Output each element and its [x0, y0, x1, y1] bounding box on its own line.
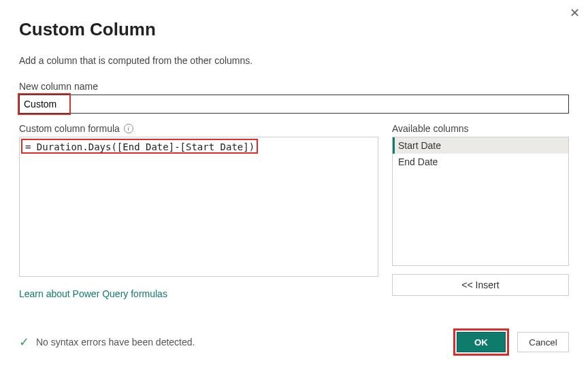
learn-link[interactable]: Learn about Power Query formulas	[19, 288, 167, 299]
available-columns-label: Available columns	[392, 123, 569, 134]
status-text: No syntax errors have been detected.	[36, 337, 195, 348]
cancel-button[interactable]: Cancel	[517, 332, 569, 352]
formula-input[interactable]	[19, 137, 378, 277]
new-column-name-input[interactable]	[19, 95, 569, 114]
formula-label-text: Custom column formula	[19, 123, 120, 134]
ok-button[interactable]: OK	[457, 332, 506, 352]
available-column-item[interactable]: End Date	[393, 154, 568, 170]
highlight-annotation: OK	[453, 328, 509, 356]
name-label-text: New column name	[19, 81, 98, 92]
available-columns-list[interactable]: Start DateEnd Date	[392, 137, 569, 266]
available-column-item[interactable]: Start Date	[393, 137, 568, 154]
insert-button[interactable]: << Insert	[392, 274, 569, 296]
new-column-name-label: New column name	[19, 81, 569, 92]
check-icon: ✓	[19, 335, 29, 350]
formula-label: Custom column formula i	[19, 123, 378, 134]
info-icon[interactable]: i	[124, 124, 133, 133]
dialog-title: Custom Column	[19, 19, 569, 40]
dialog-subtitle: Add a column that is computed from the o…	[19, 55, 569, 66]
close-icon[interactable]: ✕	[570, 5, 580, 20]
status-bar: ✓ No syntax errors have been detected.	[19, 335, 195, 350]
